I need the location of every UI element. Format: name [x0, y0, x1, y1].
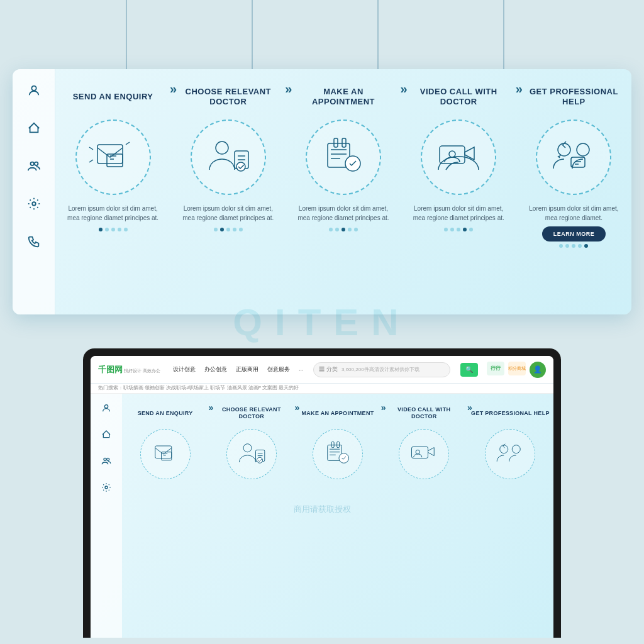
- svg-point-19: [104, 458, 106, 460]
- dot-4: [118, 228, 121, 231]
- laptop-sidebar-settings[interactable]: [99, 480, 113, 494]
- svg-point-24: [243, 444, 252, 452]
- dot-2: [450, 228, 454, 231]
- dot-5: [469, 228, 473, 231]
- laptop-sidebar-group[interactable]: [99, 454, 113, 468]
- top-banner: SEND AN ENQUIRY Lorem ipsum dolor sit di…: [13, 69, 631, 314]
- dot-3: [572, 244, 575, 248]
- laptop-step-5-title: GET PROFESSIONAL HELP: [471, 401, 550, 425]
- step-5-icon: [536, 119, 611, 195]
- laptop-step-3: MAKE AN APPOINTMENT: [294, 394, 380, 638]
- svg-rect-29: [337, 442, 340, 448]
- nav-creative-service[interactable]: 创意服务: [267, 365, 290, 374]
- step-4-title: VIDEO CALL WITH DOCTOR: [408, 80, 510, 113]
- dot-5: [354, 228, 358, 231]
- string-4: [503, 0, 504, 72]
- svg-point-15: [558, 143, 570, 156]
- step-4-icon: [421, 119, 496, 195]
- dot-2: [105, 228, 109, 231]
- svg-rect-28: [331, 442, 334, 448]
- laptop-inner-banner: SEND AN ENQUIRY CHOOSE RELEVANT DOCTOR: [91, 394, 553, 638]
- svg-point-21: [105, 486, 108, 489]
- qiten-watermark: QITEN: [233, 301, 411, 344]
- laptop-sidebar-user[interactable]: [99, 401, 113, 415]
- dot-1: [214, 228, 218, 231]
- step-4-dots: [444, 228, 473, 231]
- cn-watermark: 商用请获取授权: [294, 504, 351, 515]
- string-2: [252, 0, 253, 72]
- step-3-card: MAKE AN APPOINTMENT Lorem ipsum dolor si…: [292, 80, 394, 307]
- browser-icon-2[interactable]: 积分商城: [508, 362, 526, 375]
- svg-point-16: [577, 143, 589, 156]
- user-avatar[interactable]: 👤: [530, 362, 546, 378]
- svg-point-18: [104, 405, 108, 408]
- step-2-title: CHOOSE RELEVANT DOCTOR: [177, 80, 279, 113]
- step-1-card: SEND AN ENQUIRY Lorem ipsum dolor sit di…: [62, 80, 164, 307]
- sidebar-icon-group[interactable]: [24, 156, 44, 176]
- dot-4: [463, 228, 467, 231]
- browser-icon-1[interactable]: 行行: [487, 362, 504, 375]
- svg-point-1: [30, 162, 34, 166]
- sidebar-icon-settings[interactable]: [24, 194, 44, 214]
- browser-nav: 设计创意 办公创意 正版商用 创意服务 ...: [173, 365, 304, 374]
- sidebar-icon-user[interactable]: [24, 80, 44, 101]
- step-2-text: Lorem ipsum dolor sit dim amet, mea regi…: [177, 204, 279, 223]
- nav-more[interactable]: ...: [299, 365, 304, 374]
- sidebar-icon-home[interactable]: [24, 118, 44, 138]
- step-1-send-enquiry: SEND AN ENQUIRY Lorem ipsum dolor sit di…: [55, 69, 170, 314]
- dot-3: [111, 228, 115, 231]
- step-1-title: SEND AN ENQUIRY: [73, 80, 153, 113]
- svg-point-8: [236, 162, 245, 171]
- step-3-appointment: MAKE AN APPOINTMENT Lorem ipsum dolor si…: [286, 69, 401, 314]
- laptop-sidebar-home[interactable]: [99, 428, 113, 441]
- step-3-icon: [306, 119, 381, 195]
- browser-bar: 千图网 找好设计 高效办公 设计创意 办公创意 正版商用 创意服务 ... ☰ …: [91, 356, 553, 384]
- hot-tags-bar: 热门搜索：职场插画 领袖创新 决战职场#职场家上 职场节 油画风景 油画F 文案…: [91, 384, 553, 394]
- dot-1: [444, 228, 448, 231]
- laptop-step-4: VIDEO CALL WITH DOCTOR: [381, 394, 467, 638]
- dot-3: [226, 228, 230, 231]
- step-2-icon: [191, 119, 266, 195]
- laptop-steps-container: SEND AN ENQUIRY CHOOSE RELEVANT DOCTOR: [122, 394, 553, 638]
- top-banner-sidebar: [13, 69, 55, 314]
- dot-4: [348, 228, 352, 231]
- browser-right-icons: 行行 积分商城 👤: [487, 362, 546, 378]
- svg-point-20: [107, 458, 109, 460]
- laptop-step-1-title: SEND AN ENQUIRY: [138, 401, 193, 425]
- browser-logo: 千图网 找好设计 高效办公: [98, 364, 160, 375]
- browser-search-area: ☰ 分类 3,600,200件高清设计素材供你下载: [313, 362, 450, 377]
- laptop-section: 千图网 找好设计 高效办公 设计创意 办公创意 正版商用 创意服务 ... ☰ …: [0, 348, 644, 644]
- learn-more-button[interactable]: LEARN MORE: [542, 226, 606, 242]
- dot-2: [565, 244, 569, 248]
- laptop-step-2: CHOOSE RELEVANT DOCTOR: [208, 394, 294, 638]
- sidebar-icon-phone[interactable]: [24, 231, 44, 252]
- step-2-choose-doctor: CHOOSE RELEVANT DOCTOR Lorem ipsum dolor…: [170, 69, 286, 314]
- svg-point-34: [513, 445, 521, 453]
- dot-4: [233, 228, 236, 231]
- search-button[interactable]: 🔍: [460, 363, 478, 377]
- step-3-dots: [329, 228, 358, 231]
- svg-point-33: [500, 445, 508, 453]
- nav-commercial[interactable]: 正版商用: [236, 365, 258, 374]
- step-4-card: VIDEO CALL WITH DOCTOR Lorem ipsum dolor…: [408, 80, 510, 307]
- step-3-title: MAKE AN APPOINTMENT: [292, 80, 394, 113]
- laptop-step-5: GET PROFESSIONAL HELP: [467, 394, 553, 638]
- nav-design-creative[interactable]: 设计创意: [173, 365, 196, 374]
- dot-2: [335, 228, 339, 231]
- step-4-video-call: VIDEO CALL WITH DOCTOR Lorem ipsum dolor…: [401, 69, 516, 314]
- laptop-screen: 千图网 找好设计 高效办公 设计创意 办公创意 正版商用 创意服务 ... ☰ …: [91, 356, 553, 638]
- dot-2: [220, 228, 224, 231]
- step-5-dots: [559, 244, 588, 248]
- laptop-step-1: SEND AN ENQUIRY: [122, 394, 208, 638]
- search-bar-icon: ☰ 分类: [319, 365, 338, 374]
- top-banner-steps: SEND AN ENQUIRY Lorem ipsum dolor sit di…: [55, 69, 631, 314]
- laptop-inner-sidebar: [91, 394, 122, 638]
- nav-office-creative[interactable]: 办公创意: [204, 365, 227, 374]
- laptop-step-2-title: CHOOSE RELEVANT DOCTOR: [212, 401, 291, 425]
- step-2-card: CHOOSE RELEVANT DOCTOR Lorem ipsum dolor…: [177, 80, 279, 307]
- logo-sub: 找好设计 高效办公: [124, 368, 160, 374]
- dot-3: [457, 228, 460, 231]
- dot-5: [584, 244, 588, 248]
- step-3-text: Lorem ipsum dolor sit dim amet, mea regi…: [292, 204, 394, 223]
- dot-1: [99, 228, 103, 231]
